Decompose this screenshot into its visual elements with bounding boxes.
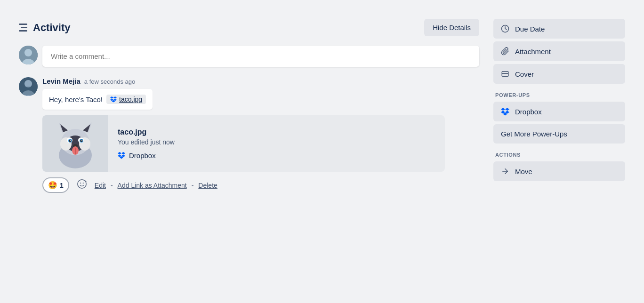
svg-rect-6 xyxy=(20,87,37,95)
svg-point-22 xyxy=(70,140,71,141)
comment-input-row xyxy=(19,46,479,67)
comment-content: Levin Mejia a few seconds ago Hey, here'… xyxy=(42,77,479,193)
attachment-label: Attachment xyxy=(515,48,551,56)
get-more-power-ups-button[interactable]: Get More Power-Ups xyxy=(493,124,625,144)
svg-point-21 xyxy=(80,140,83,142)
comment-text: Hey, here's Taco! xyxy=(49,96,103,104)
svg-point-1 xyxy=(24,49,32,56)
separator-1: - xyxy=(111,182,113,189)
delete-button[interactable]: Delete xyxy=(198,182,217,189)
power-ups-section-label: POWER-UPS xyxy=(493,92,625,98)
edit-button[interactable]: Edit xyxy=(95,182,106,189)
hide-details-button[interactable]: Hide Details xyxy=(424,19,479,36)
reaction-button[interactable]: 🤩 1 xyxy=(42,177,69,193)
file-edited: You edited just now xyxy=(118,138,435,146)
separator-2: - xyxy=(192,182,194,189)
file-preview: taco.jpg You edited just now Dropbox xyxy=(42,115,445,172)
activity-title-group: Activity xyxy=(19,22,70,34)
comment-input[interactable] xyxy=(42,46,479,67)
comment-actions: 🤩 1 Edit - Add Link as Attachment - xyxy=(42,177,479,193)
file-source-label: Dropbox xyxy=(129,152,156,159)
file-info: taco.jpg You edited just now Dropbox xyxy=(108,120,445,168)
reaction-emoji: 🤩 xyxy=(48,181,57,190)
file-thumbnail xyxy=(42,115,108,172)
arrow-icon xyxy=(501,167,509,175)
svg-point-23 xyxy=(81,140,82,141)
comment-timestamp: a few seconds ago xyxy=(84,78,135,85)
clock-icon xyxy=(501,24,509,33)
file-name: taco.jpg xyxy=(118,128,435,136)
add-link-button[interactable]: Add Link as Attachment xyxy=(118,182,187,189)
attachment-tag[interactable]: taco.jpg xyxy=(106,95,146,104)
svg-point-28 xyxy=(80,183,81,183)
husky-image xyxy=(52,118,99,169)
add-emoji-button[interactable] xyxy=(74,178,90,192)
dropbox-icon-inline xyxy=(110,96,117,103)
due-date-button[interactable]: Due Date xyxy=(493,19,625,39)
commenter-avatar xyxy=(19,77,38,96)
sidebar: Due Date Attachment Cover POWER-UPS Drop… xyxy=(493,19,625,184)
cover-label: Cover xyxy=(515,70,534,78)
current-user-avatar xyxy=(19,46,38,64)
svg-point-4 xyxy=(24,80,32,88)
move-button[interactable]: Move xyxy=(493,161,625,181)
dropbox-label: Dropbox xyxy=(515,108,542,116)
comment-entry: Levin Mejia a few seconds ago Hey, here'… xyxy=(19,77,479,193)
dropbox-button[interactable]: Dropbox xyxy=(493,102,625,121)
get-more-label: Get More Power-Ups xyxy=(501,130,567,138)
file-source: Dropbox xyxy=(118,152,435,159)
list-icon xyxy=(19,24,27,32)
page-title: Activity xyxy=(33,22,70,34)
dropbox-icon-file xyxy=(118,152,125,159)
svg-point-20 xyxy=(69,140,72,142)
svg-point-29 xyxy=(82,183,83,183)
comment-meta: Levin Mejia a few seconds ago xyxy=(42,77,479,85)
actions-section-label: ACTIONS xyxy=(493,152,625,158)
move-label: Move xyxy=(515,167,532,175)
cover-button[interactable]: Cover xyxy=(493,64,625,84)
comment-bubble: Hey, here's Taco! taco.jpg xyxy=(42,89,153,110)
dropbox-icon xyxy=(501,107,509,116)
reaction-count: 1 xyxy=(60,182,64,189)
paperclip-icon xyxy=(501,47,509,56)
attachment-button[interactable]: Attachment xyxy=(493,41,625,61)
due-date-label: Due Date xyxy=(515,25,545,33)
activity-header: Activity Hide Details xyxy=(19,19,479,36)
attachment-filename: taco.jpg xyxy=(119,96,142,103)
commenter-name: Levin Mejia xyxy=(42,77,80,85)
activity-panel: Activity Hide Details Levin Mejia xyxy=(19,19,479,200)
cover-icon xyxy=(501,70,509,78)
